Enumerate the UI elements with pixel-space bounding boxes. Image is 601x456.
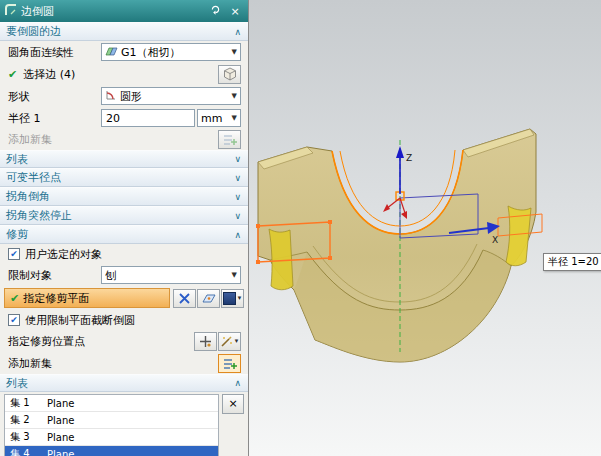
section-trim-header[interactable]: 修剪 ∧ bbox=[0, 225, 248, 244]
radius-unit-value: mm bbox=[201, 112, 229, 125]
section-variable-radius-header[interactable]: 可变半径点 ∨ bbox=[0, 168, 248, 187]
plane-type-icon bbox=[223, 292, 236, 305]
dialog-titlebar[interactable]: 边倒圆 × bbox=[0, 0, 248, 22]
section-corner-setback-header[interactable]: 拐角倒角 ∨ bbox=[0, 187, 248, 206]
chevron-down-icon: ▼ bbox=[232, 48, 237, 56]
section-edges-header[interactable]: 要倒圆的边 ∧ bbox=[0, 22, 248, 41]
section-stop-short-title: 拐角突然停止 bbox=[6, 208, 72, 223]
dialog-title: 边倒圆 bbox=[21, 4, 54, 19]
trim-point-label: 指定修剪位置点 bbox=[8, 334, 85, 349]
use-limit-plane-row: ✔ 使用限制平面截断倒圆 bbox=[0, 310, 248, 330]
chevron-down-icon: ▼ bbox=[232, 271, 237, 279]
select-edge-row: ✔ 选择边 (4) bbox=[0, 63, 248, 85]
chevron-down-icon: ▼ bbox=[234, 338, 240, 344]
blend-face-left bbox=[269, 229, 293, 290]
chevron-up-icon: ∧ bbox=[234, 378, 241, 388]
chevron-down-icon: ▼ bbox=[232, 92, 237, 100]
edge-blend-icon bbox=[5, 4, 17, 19]
set-type: Plane bbox=[41, 449, 218, 456]
specify-trim-plane-step[interactable]: ✔ 指定修剪平面 bbox=[4, 288, 170, 308]
circular-shape-icon bbox=[105, 89, 117, 104]
use-limit-plane-checkbox[interactable]: ✔ 使用限制平面截断倒圆 bbox=[8, 313, 135, 328]
table-row[interactable]: 集 1 Plane bbox=[5, 395, 218, 412]
limit-object-dropdown[interactable]: 刨 ▼ bbox=[101, 266, 241, 284]
radius-row: 半径 1 mm ▼ bbox=[0, 107, 248, 129]
axis-x-label: X bbox=[492, 235, 498, 245]
limit-object-row: 限制对象 刨 ▼ bbox=[0, 264, 248, 286]
viewport-3d[interactable]: Z X 半径 1=20 bbox=[249, 0, 601, 456]
chevron-down-icon: ∨ bbox=[234, 192, 241, 202]
dialog-reset-button[interactable] bbox=[207, 3, 223, 19]
radius-input[interactable] bbox=[101, 109, 195, 127]
shape-dropdown[interactable]: 圆形 ▼ bbox=[101, 87, 241, 105]
edge-list-title: 列表 bbox=[6, 152, 28, 167]
section-stop-short-header[interactable]: 拐角突然停止 ∨ bbox=[0, 206, 248, 225]
trim-set-table: 集 1 Plane 集 2 Plane 集 3 Plane 集 4 Plane bbox=[4, 394, 219, 456]
use-limit-plane-label: 使用限制平面截断倒圆 bbox=[25, 313, 135, 328]
continuity-row: 圆角面连续性 G1（相切） ▼ bbox=[0, 41, 248, 63]
add-new-set-row: 添加新集 bbox=[0, 129, 248, 150]
trim-set-list: 集 1 Plane 集 2 Plane 集 3 Plane 集 4 Plane bbox=[0, 392, 248, 456]
chevron-down-icon: ▼ bbox=[232, 114, 237, 122]
remove-set-button[interactable]: × bbox=[222, 394, 244, 414]
set-type: Plane bbox=[41, 398, 218, 409]
edge-list-header[interactable]: 列表 ∨ bbox=[0, 150, 248, 168]
shape-label: 形状 bbox=[8, 89, 30, 104]
section-variable-radius-title: 可变半径点 bbox=[6, 170, 61, 185]
clear-plane-button[interactable] bbox=[173, 289, 196, 308]
checkbox-check-icon: ✔ bbox=[8, 248, 20, 260]
limit-object-value: 刨 bbox=[105, 268, 229, 283]
trim-add-new-set-row: 添加新集 bbox=[0, 352, 248, 374]
chevron-down-icon: ∨ bbox=[234, 154, 241, 164]
step-check-icon: ✔ bbox=[10, 292, 19, 305]
checkbox-check-icon: ✔ bbox=[8, 314, 20, 326]
continuity-value: G1（相切） bbox=[121, 45, 229, 60]
snap-cube-button[interactable] bbox=[218, 65, 241, 84]
plane-dialog-button[interactable] bbox=[197, 289, 220, 308]
trim-list-title: 列表 bbox=[6, 376, 28, 391]
step-check-icon: ✔ bbox=[8, 68, 17, 81]
dialog-body: 要倒圆的边 ∧ 圆角面连续性 G1（相切） ▼ ✔ 选择边 (4) bbox=[0, 22, 248, 456]
set-name: 集 4 bbox=[5, 447, 41, 456]
g1-tangent-icon bbox=[105, 45, 118, 60]
table-row[interactable]: 集 2 Plane bbox=[5, 412, 218, 429]
section-trim-title: 修剪 bbox=[6, 227, 28, 242]
trim-add-new-set-button[interactable] bbox=[218, 354, 241, 373]
trim-point-row: 指定修剪位置点 ▼ bbox=[0, 330, 248, 352]
chevron-up-icon: ∧ bbox=[234, 230, 241, 240]
model-canvas[interactable]: Z X bbox=[249, 0, 601, 456]
user-selected-checkbox[interactable]: ✔ 用户选定的对象 bbox=[8, 247, 102, 262]
section-edges-title: 要倒圆的边 bbox=[6, 24, 61, 39]
shape-row: 形状 圆形 ▼ bbox=[0, 85, 248, 107]
set-type: Plane bbox=[41, 432, 218, 443]
continuity-label: 圆角面连续性 bbox=[8, 45, 74, 60]
specify-trim-plane-row: ✔ 指定修剪平面 ▼ bbox=[0, 286, 248, 310]
inferred-plane-dropdown-button[interactable]: ▼ bbox=[221, 289, 244, 308]
add-new-set-button[interactable] bbox=[218, 130, 241, 149]
chevron-down-icon: ▼ bbox=[237, 295, 243, 301]
shape-value: 圆形 bbox=[120, 89, 229, 104]
select-edge-label[interactable]: 选择边 (4) bbox=[23, 67, 75, 82]
set-name: 集 2 bbox=[5, 413, 41, 427]
section-corner-setback-title: 拐角倒角 bbox=[6, 189, 50, 204]
radius-label: 半径 1 bbox=[8, 111, 41, 126]
nx-window: 边倒圆 × 要倒圆的边 ∧ 圆角面连续性 G1（相切） ▼ bbox=[0, 0, 601, 456]
set-type: Plane bbox=[41, 415, 218, 426]
axis-z-label: Z bbox=[406, 153, 412, 163]
inferred-point-dropdown-button[interactable]: ▼ bbox=[218, 332, 241, 351]
add-new-set-label: 添加新集 bbox=[8, 132, 52, 147]
edge-blend-dialog: 边倒圆 × 要倒圆的边 ∧ 圆角面连续性 G1（相切） ▼ bbox=[0, 0, 249, 456]
set-name: 集 3 bbox=[5, 430, 41, 444]
chevron-down-icon: ∨ bbox=[234, 173, 241, 183]
table-row[interactable]: 集 3 Plane bbox=[5, 429, 218, 446]
dialog-close-button[interactable]: × bbox=[227, 3, 243, 19]
trim-list-header[interactable]: 列表 ∧ bbox=[0, 374, 248, 392]
point-dialog-button[interactable] bbox=[194, 332, 217, 351]
user-selected-label: 用户选定的对象 bbox=[25, 247, 102, 262]
radius-unit-dropdown[interactable]: mm ▼ bbox=[197, 109, 241, 127]
limit-object-label: 限制对象 bbox=[8, 268, 52, 283]
chevron-down-icon: ∨ bbox=[234, 211, 241, 221]
table-row-selected[interactable]: 集 4 Plane bbox=[5, 446, 218, 456]
continuity-dropdown[interactable]: G1（相切） ▼ bbox=[101, 43, 241, 61]
set-name: 集 1 bbox=[5, 396, 41, 410]
